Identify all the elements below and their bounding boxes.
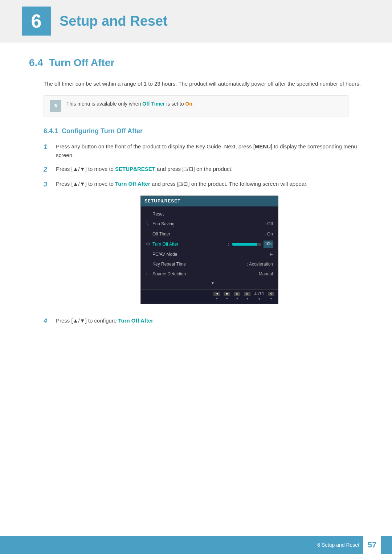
chapter-title-text: Setup and Reset — [60, 13, 168, 29]
step-3: 3 Press [▲/▼] to move to Turn Off After … — [44, 180, 363, 311]
subsection-title: Configuring Turn Off After — [62, 127, 143, 135]
note-highlight-1: Off Timer — [142, 101, 165, 107]
note-text-middle: is set to — [165, 101, 185, 107]
menu-screenshot: SETUP&RESET Reset ╲ Eco Saving : Off — [140, 196, 278, 304]
steps-list: 1 Press any button on the front of the p… — [29, 142, 363, 326]
btn-gear: ⚙ ▼ — [268, 292, 274, 301]
footer-text: 6 Setup and Reset — [317, 542, 359, 548]
chapter-header: 6 Setup and Reset — [0, 0, 392, 42]
step-4-number: 4 — [44, 316, 54, 326]
menu-row-eco: ╲ Eco Saving : Off — [146, 219, 273, 229]
menu-row-reset: Reset — [146, 209, 273, 219]
menu-row-offtimer: Off Timer : On — [146, 229, 273, 239]
body-text: The off timer can be set within a range … — [29, 79, 363, 88]
footer-page-number: 57 — [363, 536, 381, 554]
btn-enter: ⊟ ▼ — [244, 292, 250, 301]
step-1-number: 1 — [44, 142, 54, 152]
note-text: This menu is available only when Off Tim… — [66, 100, 194, 108]
step-4-text: Press [▲/▼] to configure Turn Off After. — [56, 316, 363, 325]
menu-row-down: ▼ — [146, 279, 273, 288]
step-1-text: Press any button on the front of the pro… — [56, 142, 363, 160]
main-content: 6.4 Turn Off After The off timer can be … — [0, 57, 392, 326]
step-2-text: Press [▲/▼] to move to SETUP&RESET and p… — [56, 165, 363, 173]
step-4: 4 Press [▲/▼] to configure Turn Off Afte… — [44, 316, 363, 326]
step-3-number: 3 — [44, 180, 54, 189]
step-1: 1 Press any button on the front of the p… — [44, 142, 363, 160]
note-text-after: . — [192, 101, 194, 107]
menu-row-sourcedet: / Source Detection : Manual — [146, 269, 273, 279]
btn-minus: ■ ▼ — [224, 292, 230, 301]
section-number: 6.4 — [29, 57, 43, 69]
step-3-text: Press [▲/▼] to move to Turn Off After an… — [56, 180, 363, 311]
progress-bar-container: 10h — [232, 241, 273, 248]
section-title: Turn Off After — [49, 57, 114, 69]
menu-body: Reset ╲ Eco Saving : Off Off Timer : On — [141, 206, 278, 289]
subsection-heading: 6.4.1 Configuring Turn Off After — [29, 127, 363, 135]
step-2: 2 Press [▲/▼] to move to SETUP&RESET and… — [44, 165, 363, 175]
note-highlight-2: On — [185, 101, 192, 107]
step-2-number: 2 — [44, 165, 54, 175]
progress-bar — [232, 243, 261, 246]
section-heading: 6.4 Turn Off After — [29, 57, 363, 69]
chapter-title: Setup and Reset — [60, 13, 168, 29]
btn-back: ◄ ▼ — [213, 292, 220, 301]
menu-row-keyrepeat: Key Repeat Time : Acceleration — [146, 259, 273, 269]
menu-row-turnoffafter: ⚙ Turn Off After : 10h — [146, 239, 273, 250]
subsection-number: 6.4.1 — [44, 127, 62, 135]
menu-title-bar: SETUP&RESET — [141, 196, 278, 206]
chapter-number: 6 — [31, 10, 42, 32]
btn-auto: AUTO ▼ — [254, 291, 264, 302]
menu-bottom-bar: ◄ ▼ ■ ▼ ⊞ ▼ ⊟ ▼ — [141, 289, 278, 304]
page-footer: 6 Setup and Reset 57 — [0, 536, 392, 554]
menu-row-pcav: PC/AV Mode ▶ — [146, 250, 273, 259]
note-box: ✎ This menu is available only when Off T… — [44, 95, 348, 116]
progress-label: 10h — [264, 241, 273, 248]
progress-fill — [232, 243, 257, 246]
btn-plus: ⊞ ▼ — [234, 292, 240, 301]
note-icon: ✎ — [50, 100, 61, 112]
note-text-before: This menu is available only when — [66, 101, 142, 107]
chapter-number-box: 6 — [22, 7, 51, 36]
